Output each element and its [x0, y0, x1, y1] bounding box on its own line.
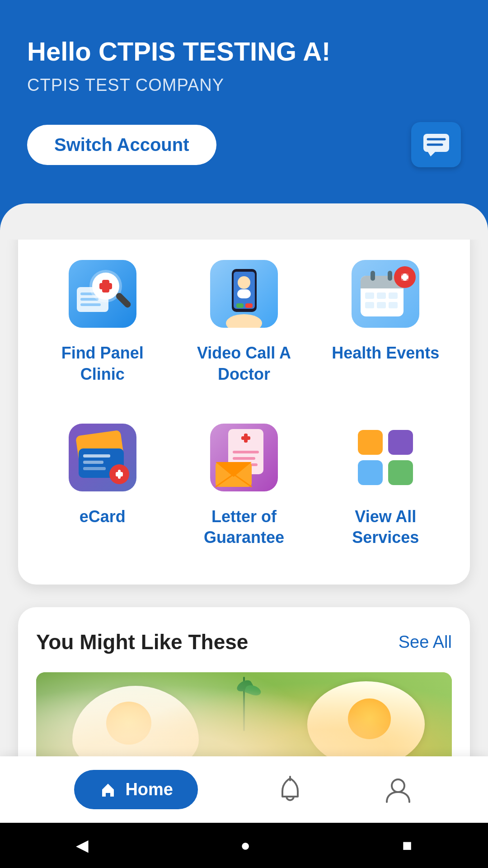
- notification-nav-button[interactable]: [274, 774, 306, 806]
- find-panel-clinic-label: Find Panel Clinic: [41, 343, 164, 385]
- svg-rect-47: [118, 470, 121, 479]
- grid-square-2: [388, 430, 413, 455]
- letter-of-guarantee-label: Letter of Guarantee: [182, 506, 305, 549]
- profile-icon: [382, 774, 414, 806]
- service-find-panel-clinic[interactable]: Find Panel Clinic: [36, 249, 169, 394]
- svg-rect-12: [99, 283, 112, 289]
- svg-rect-32: [377, 302, 386, 308]
- svg-rect-33: [389, 302, 398, 308]
- see-all-link[interactable]: See All: [399, 632, 452, 652]
- letter-of-guarantee-icon: [208, 421, 280, 494]
- home-nav-button[interactable]: Home: [74, 770, 198, 809]
- health-events-icon: [349, 258, 422, 330]
- chat-button[interactable]: [411, 122, 461, 167]
- svg-rect-31: [365, 302, 374, 308]
- svg-rect-51: [244, 434, 248, 443]
- switch-account-button[interactable]: Switch Account: [27, 125, 216, 165]
- service-view-all-services[interactable]: View All Services: [319, 412, 452, 558]
- grid-square-4: [388, 460, 413, 485]
- chat-icon: [422, 130, 451, 160]
- recommendations-title: You Might Like These: [36, 630, 248, 654]
- service-letter-of-guarantee[interactable]: Letter of Guarantee: [178, 412, 310, 558]
- svg-rect-38: [403, 274, 407, 281]
- svg-rect-53: [233, 457, 255, 460]
- video-call-doctor-label: Video Call A Doctor: [182, 343, 305, 385]
- svg-rect-44: [83, 467, 106, 470]
- bottom-nav: Home: [0, 756, 488, 823]
- services-grid: Find Panel Clinic: [36, 249, 452, 557]
- svg-rect-43: [83, 461, 103, 464]
- header-curve: [0, 203, 488, 240]
- svg-rect-20: [236, 303, 244, 308]
- health-events-label: Health Events: [332, 343, 439, 364]
- svg-rect-21: [245, 303, 253, 308]
- system-home-button[interactable]: ●: [240, 836, 250, 855]
- svg-rect-28: [365, 292, 374, 299]
- system-nav-bar: ◀ ● ■: [0, 823, 488, 868]
- service-health-events[interactable]: Health Events: [319, 249, 452, 394]
- greeting-text: Hello CTPIS TESTING A!: [27, 36, 461, 66]
- grid-square-1: [358, 430, 383, 455]
- notification-icon: [274, 774, 306, 806]
- company-text: CTPIS TEST COMPANY: [27, 75, 461, 95]
- svg-rect-8: [80, 303, 101, 306]
- header-actions: Switch Account: [27, 122, 461, 167]
- grid-square-3: [358, 460, 383, 485]
- video-call-doctor-icon: [208, 258, 280, 330]
- service-ecard[interactable]: eCard: [36, 412, 169, 558]
- svg-rect-0: [423, 134, 449, 152]
- svg-marker-3: [428, 152, 435, 156]
- svg-rect-27: [388, 271, 392, 281]
- header: Hello CTPIS TESTING A! CTPIS TEST COMPAN…: [0, 0, 488, 240]
- ecard-icon: [66, 421, 139, 494]
- profile-nav-button[interactable]: [382, 774, 414, 806]
- system-recent-button[interactable]: ■: [402, 836, 412, 855]
- svg-rect-52: [233, 451, 259, 453]
- home-icon: [99, 781, 117, 799]
- svg-rect-19: [237, 289, 251, 298]
- recommendations-header: You Might Like These See All: [36, 630, 452, 654]
- system-back-button[interactable]: ◀: [76, 836, 89, 855]
- view-all-services-icon: [349, 421, 422, 494]
- ecard-label: eCard: [80, 506, 126, 528]
- svg-rect-26: [371, 271, 375, 281]
- services-card: Find Panel Clinic: [18, 222, 470, 585]
- svg-point-60: [392, 779, 404, 792]
- svg-point-18: [238, 276, 250, 289]
- home-nav-label: Home: [125, 780, 173, 799]
- svg-rect-42: [83, 454, 110, 458]
- service-video-call-doctor[interactable]: Video Call A Doctor: [178, 249, 310, 394]
- svg-rect-30: [389, 292, 398, 299]
- find-panel-clinic-icon: [66, 258, 139, 330]
- view-all-services-label: View All Services: [324, 506, 447, 549]
- svg-rect-29: [377, 292, 386, 299]
